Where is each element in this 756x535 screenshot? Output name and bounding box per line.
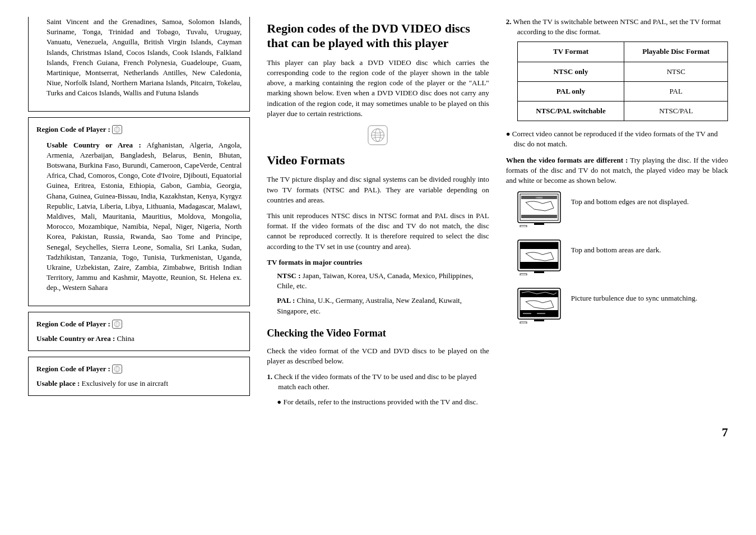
svg-point-1 — [116, 127, 118, 132]
svg-point-4 — [114, 366, 120, 372]
page-number: 7 — [28, 424, 728, 441]
video-formats-p1: The TV picture display and disc signal s… — [267, 174, 489, 205]
heading-region-codes: Region codes of the DVD VIDEO discs that… — [267, 21, 489, 51]
region-codes-desc: This player can play back a DVD VIDEO di… — [267, 58, 489, 119]
country-list-1: Saint Vincent and the Grenadines, Samoa,… — [47, 17, 242, 99]
region-code-label: Region Code of Player : — [36, 125, 110, 133]
video-formats-p2: This unit reproduces NTSC discs in NTSC … — [267, 211, 489, 252]
table-cell: PAL — [624, 81, 728, 101]
thumbnail-row-2: Top and bottom areas are dark. — [517, 239, 728, 275]
step-2-text: When the TV is switchable between NTSC a… — [513, 17, 721, 36]
heading-checking: Checking the Video Format — [267, 326, 489, 340]
svg-text:VIDEO: VIDEO — [535, 196, 542, 199]
svg-rect-14 — [521, 215, 557, 218]
svg-rect-29 — [534, 320, 544, 321]
svg-rect-30 — [520, 322, 527, 324]
step-1-bullet: For details, refer to the instructions p… — [283, 398, 477, 406]
region-code-icon — [112, 365, 122, 373]
note-correct-video: Correct video cannot be reproduced if th… — [512, 130, 718, 148]
region-box-2: Region Code of Player : Usable Country o… — [28, 117, 250, 306]
tv-thumb-sync-icon — [517, 288, 561, 324]
svg-rect-20 — [520, 262, 558, 269]
tv-format-table: TV Format Playable Disc Format NTSC only… — [517, 41, 729, 121]
ntsc-countries: Japan, Taiwan, Korea, USA, Canada, Mexic… — [277, 271, 473, 290]
svg-rect-22 — [520, 274, 527, 275]
table-cell: NTSC — [624, 62, 728, 81]
thumbnail-row-3: Picture turbulence due to sync unmatchin… — [517, 288, 728, 324]
tv-thumb-dark-icon — [517, 239, 561, 275]
svg-point-5 — [116, 366, 118, 372]
checking-desc: Check the video format of the VCD and DV… — [267, 346, 489, 366]
svg-rect-16 — [520, 225, 527, 227]
svg-point-3 — [116, 321, 118, 327]
region-box-4: Region Code of Player : Usable place : E… — [28, 357, 250, 396]
usable-place-label: Usable place : — [36, 379, 80, 388]
step-2-num: 2. — [506, 17, 512, 26]
usable-area-label: Usable Country or Area : — [47, 141, 141, 149]
pal-label: PAL : — [277, 296, 295, 305]
table-cell: NTSC/PAL switchable — [517, 101, 624, 121]
usable-place-value: Exclusively for use in aircraft — [82, 379, 169, 388]
thumb-caption-1: Top and bottom edges are not displayed. — [571, 191, 728, 207]
svg-rect-21 — [534, 271, 544, 273]
step-1-num: 1. — [267, 372, 272, 381]
region-box-1: Saint Vincent and the Grenadines, Samoa,… — [28, 17, 250, 112]
svg-rect-19 — [520, 242, 558, 249]
column-left: Saint Vincent and the Grenadines, Samoa,… — [28, 17, 250, 411]
ntsc-label: NTSC : — [277, 271, 300, 280]
country-list-3: China — [117, 334, 134, 343]
table-header-tv: TV Format — [517, 42, 624, 62]
tv-formats-subhead: TV formats in major countries — [267, 257, 489, 268]
step-1-text: Check if the video formats of the TV to … — [274, 372, 476, 391]
tv-thumb-edges-icon: VIDEO — [517, 191, 561, 227]
globe-all-icon — [267, 124, 489, 149]
country-list-2: Afghanistan, Algeria, Angola, Armenia, A… — [47, 141, 242, 292]
region-box-3: Region Code of Player : Usable Country o… — [28, 312, 250, 351]
region-code-icon — [112, 125, 122, 134]
svg-rect-15 — [534, 223, 544, 225]
thumbnail-row-1: VIDEO Top and bottom edges are not displ… — [517, 191, 728, 227]
svg-point-0 — [114, 127, 120, 132]
when-different-label: When the video formats are different : — [506, 156, 628, 164]
region-code-icon — [112, 320, 122, 329]
thumb-caption-3: Picture turbulence due to sync unmatchin… — [571, 288, 728, 303]
page-content: Saint Vincent and the Grenadines, Samoa,… — [28, 17, 728, 411]
table-cell: PAL only — [517, 81, 624, 101]
svg-point-2 — [114, 321, 120, 327]
table-cell: NTSC/PAL — [624, 101, 728, 121]
thumb-caption-2: Top and bottom areas are dark. — [571, 239, 728, 255]
column-middle: Region codes of the DVD VIDEO discs that… — [267, 17, 489, 411]
column-right: 2. When the TV is switchable between NTS… — [506, 17, 728, 411]
heading-video-formats: Video Formats — [267, 153, 489, 168]
region-code-label-4: Region Code of Player : — [36, 365, 110, 373]
table-header-disc: Playable Disc Format — [624, 42, 728, 62]
usable-area-label-3: Usable Country or Area : — [36, 334, 115, 343]
table-cell: NTSC only — [517, 62, 624, 81]
pal-countries: China, U.K., Germany, Australia, New Zea… — [277, 296, 462, 315]
region-code-label-3: Region Code of Player : — [36, 320, 110, 328]
